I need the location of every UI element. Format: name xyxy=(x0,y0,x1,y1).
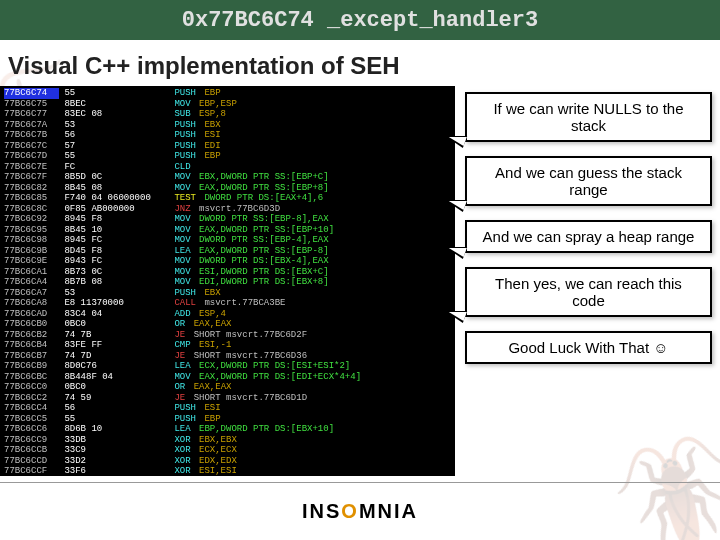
callout-2: And we can guess the stack range xyxy=(465,156,712,206)
section-heading: Visual C++ implementation of SEH xyxy=(0,40,720,86)
callout-wrap: Good Luck With That ☺ xyxy=(465,331,712,364)
disasm-row: 77BC6C74 55PUSH EBP xyxy=(4,88,451,99)
disasm-row: 77BC6CC9 33DBXOR EBX,EBX xyxy=(4,435,451,446)
disasm-row: 77BC6CA8 E8 11370000CALL msvcrt.77BCA3BE xyxy=(4,298,451,309)
callout-pointer-icon xyxy=(441,247,467,259)
slide-title: 0x77BC6C74 _except_handler3 xyxy=(182,8,538,33)
disasm-row: 77BC6CC4 56PUSH ESI xyxy=(4,403,451,414)
callout-wrap: And we can spray a heap range xyxy=(465,220,712,253)
callout-3: And we can spray a heap range xyxy=(465,220,712,253)
callout-wrap: Then yes, we can reach this code xyxy=(465,267,712,317)
disasm-row: 77BC6C7D 55PUSH EBP xyxy=(4,151,451,162)
disasm-row: 77BC6CB7 74 7DJE SHORT msvcrt.77BC6D36 xyxy=(4,351,451,362)
disasm-row: 77BC6C7F 8B5D 0CMOV EBX,DWORD PTR SS:[EB… xyxy=(4,172,451,183)
disasm-row: 77BC6CA1 8B73 0CMOV ESI,DWORD PTR DS:[EB… xyxy=(4,267,451,278)
footer: INSOMNIA xyxy=(0,482,720,540)
disasm-row: 77BC6C98 8945 FCMOV DWORD PTR SS:[EBP-4]… xyxy=(4,235,451,246)
disasm-row: 77BC6CB0 0BC0OR EAX,EAX xyxy=(4,319,451,330)
disasm-row: 77BC6C7E FCCLD xyxy=(4,162,451,173)
slide-title-bar: 0x77BC6C74 _except_handler3 xyxy=(0,0,720,40)
disasm-row: 77BC6C7B 56PUSH ESI xyxy=(4,130,451,141)
disasm-row: 77BC6CCD 33D2XOR EDX,EDX xyxy=(4,456,451,467)
callout-pointer-icon xyxy=(441,311,467,323)
disasm-row: 77BC6C9E 8943 FCMOV DWORD PTR DS:[EBX-4]… xyxy=(4,256,451,267)
callout-1: If we can write NULLS to the stack xyxy=(465,92,712,142)
disasm-row: 77BC6C75 8BECMOV EBP,ESP xyxy=(4,99,451,110)
disasm-row: 77BC6C77 83EC 08SUB ESP,8 xyxy=(4,109,451,120)
disasm-row: 77BC6C82 8B45 08MOV EAX,DWORD PTR SS:[EB… xyxy=(4,183,451,194)
disasm-row: 77BC6CA4 8B7B 08MOV EDI,DWORD PTR DS:[EB… xyxy=(4,277,451,288)
brand-logo: INSOMNIA xyxy=(302,500,418,523)
disasm-row: 77BC6CBC 8B448F 04MOV EAX,DWORD PTR DS:[… xyxy=(4,372,451,383)
disasm-row: 77BC6CC6 8D6B 10LEA EBP,DWORD PTR DS:[EB… xyxy=(4,424,451,435)
callouts-column: If we can write NULLS to the stack And w… xyxy=(455,86,720,364)
disasm-row: 77BC6CB2 74 7BJE SHORT msvcrt.77BC6D2F xyxy=(4,330,451,341)
callout-5: Good Luck With That ☺ xyxy=(465,331,712,364)
disasm-row: 77BC6CB4 83FE FFCMP ESI,-1 xyxy=(4,340,451,351)
disasm-row: 77BC6CC0 0BC0OR EAX,EAX xyxy=(4,382,451,393)
content-row: 77BC6C74 55PUSH EBP77BC6C75 8BECMOV EBP,… xyxy=(0,86,720,476)
disasm-row: 77BC6CAD 83C4 04ADD ESP,4 xyxy=(4,309,451,320)
disasm-row: 77BC6CCB 33C9XOR ECX,ECX xyxy=(4,445,451,456)
callout-pointer-icon xyxy=(441,200,467,212)
disasm-row: 77BC6C9B 8D45 F8LEA EAX,DWORD PTR SS:[EB… xyxy=(4,246,451,257)
disasm-row: 77BC6C7C 57PUSH EDI xyxy=(4,141,451,152)
disasm-row: 77BC6CA7 53PUSH EBX xyxy=(4,288,451,299)
disasm-row: 77BC6C85 F740 04 06000000TEST DWORD PTR … xyxy=(4,193,451,204)
disasm-row: 77BC6C95 8B45 10MOV EAX,DWORD PTR SS:[EB… xyxy=(4,225,451,236)
disassembly-view: 77BC6C74 55PUSH EBP77BC6C75 8BECMOV EBP,… xyxy=(0,86,455,476)
disasm-row: 77BC6C8C 0F85 AB000000JNZ msvcrt.77BC6D3… xyxy=(4,204,451,215)
disasm-row: 77BC6CCF 33F6XOR ESI,ESI xyxy=(4,466,451,476)
callout-4: Then yes, we can reach this code xyxy=(465,267,712,317)
disasm-row: 77BC6C92 8945 F8MOV DWORD PTR SS:[EBP-8]… xyxy=(4,214,451,225)
callout-wrap: And we can guess the stack range xyxy=(465,156,712,206)
disasm-row: 77BC6CB9 8D0C76LEA ECX,DWORD PTR DS:[ESI… xyxy=(4,361,451,372)
disasm-row: 77BC6CC2 74 59JE SHORT msvcrt.77BC6D1D xyxy=(4,393,451,404)
callout-wrap: If we can write NULLS to the stack xyxy=(465,92,712,142)
disasm-row: 77BC6C7A 53PUSH EBX xyxy=(4,120,451,131)
callout-pointer-icon xyxy=(441,136,467,148)
disasm-row: 77BC6CC5 55PUSH EBP xyxy=(4,414,451,425)
